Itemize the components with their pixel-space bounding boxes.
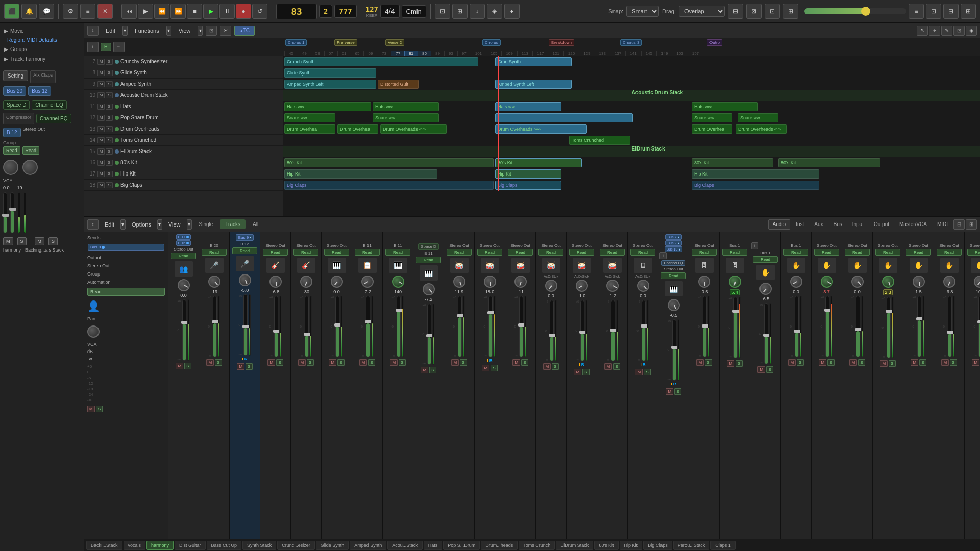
- fader-11[interactable]: [519, 296, 523, 357]
- strip-m-14[interactable]: M: [604, 363, 612, 370]
- position-bars[interactable]: 83: [276, 4, 317, 19]
- extra-right-2[interactable]: ⊠: [746, 4, 762, 19]
- strip-read-23[interactable]: Read: [875, 249, 901, 256]
- track-s-14[interactable]: S: [106, 137, 113, 143]
- track-row-7[interactable]: 7 M S Crunchy Synthesizer: [84, 56, 283, 67]
- pan-knob-strip-13[interactable]: [576, 280, 588, 292]
- fader-8[interactable]: [427, 304, 431, 365]
- bottom-tab-17[interactable]: Big Claps: [643, 541, 672, 550]
- fader-18[interactable]: [733, 297, 738, 358]
- strip-s-25[interactable]: S: [950, 359, 957, 366]
- fader-5[interactable]: [335, 296, 339, 357]
- strip-m-25[interactable]: M: [941, 359, 949, 366]
- fader-21[interactable]: [825, 296, 829, 357]
- pan-knob-strip-1[interactable]: [208, 276, 220, 288]
- strip-m-8[interactable]: M: [421, 367, 428, 373]
- fader-12[interactable]: [550, 300, 554, 361]
- track-m-18[interactable]: M: [97, 182, 105, 188]
- pan-knob-left[interactable]: [87, 325, 100, 338]
- pan-knob-strip-9[interactable]: [453, 276, 465, 288]
- strip-s-7[interactable]: S: [399, 359, 405, 366]
- pan-knob-strip-5[interactable]: [331, 276, 343, 288]
- functions-arrow[interactable]: ▾: [166, 26, 172, 36]
- fader-2[interactable]: [243, 294, 248, 356]
- movie-section[interactable]: ▶ Movie: [3, 26, 81, 36]
- key-display[interactable]: Cmin: [402, 5, 426, 18]
- strip-s-4[interactable]: S: [307, 359, 313, 366]
- track-s-9[interactable]: S: [106, 81, 113, 87]
- track-row-13[interactable]: 13 M S Drum Overheads: [84, 123, 283, 135]
- fader-4[interactable]: [305, 296, 309, 357]
- view-mastervca[interactable]: Master/VCA: [895, 219, 932, 230]
- bottom-tab-15[interactable]: 80's Kit: [594, 541, 618, 550]
- track-row-15[interactable]: 15 M S ElDrum Stack: [84, 146, 283, 157]
- strip-s-11[interactable]: S: [521, 359, 528, 366]
- pan-knob-strip-16[interactable]: [668, 299, 680, 311]
- strip-read-26[interactable]: Read: [967, 249, 980, 256]
- strip-read-25[interactable]: Read: [937, 249, 962, 256]
- track-m-17[interactable]: M: [97, 171, 105, 177]
- strip-read-11[interactable]: Read: [508, 249, 533, 256]
- strip-m-15[interactable]: M: [635, 369, 643, 375]
- channel-eq-label-1[interactable]: Channel EQ: [32, 100, 66, 110]
- record-btn[interactable]: ●: [236, 4, 251, 19]
- clip-crunch-synth-1[interactable]: Crunch Synth: [284, 57, 478, 66]
- strip-s-2[interactable]: S: [246, 363, 252, 370]
- edit-menu[interactable]: Edit: [102, 28, 119, 34]
- mixer-grid-2[interactable]: ⊞: [966, 219, 977, 230]
- bpm-display[interactable]: 127: [365, 5, 378, 13]
- strip-read-16[interactable]: Read: [661, 272, 687, 279]
- strip-read-6[interactable]: Read: [355, 249, 380, 256]
- clip-bigclaps-3[interactable]: Big Claps: [692, 181, 819, 190]
- bottom-tab-2[interactable]: harmony: [146, 541, 174, 550]
- strip-s-12[interactable]: S: [552, 363, 558, 370]
- clip-drumover-4[interactable]: Drum Overheads ∞∞: [495, 124, 587, 134]
- clip-hats-4[interactable]: Hats ∞∞: [692, 102, 758, 111]
- fast-forward-btn[interactable]: ⏩: [170, 4, 186, 19]
- fader-13[interactable]: [580, 300, 584, 361]
- bus20-badge[interactable]: Bus 20: [3, 86, 26, 96]
- pan-knob-strip-21[interactable]: [821, 276, 833, 288]
- track-m-14[interactable]: M: [97, 137, 105, 143]
- pan-knob-strip-12[interactable]: [545, 280, 557, 292]
- strip-s-24[interactable]: S: [919, 359, 926, 366]
- send-bus7-16[interactable]: Bus 7 ●: [665, 234, 681, 240]
- bottom-tab-6[interactable]: Crunc...esizer: [277, 541, 315, 550]
- strip-m-12[interactable]: M: [543, 363, 551, 370]
- fader-25[interactable]: [948, 296, 952, 357]
- fader-16[interactable]: [672, 319, 676, 381]
- tool-btn-6[interactable]: ✕: [97, 4, 113, 19]
- strip-s-22[interactable]: S: [858, 359, 865, 366]
- strip-read-13[interactable]: Read: [569, 249, 595, 256]
- pan-knob-strip-7[interactable]: [392, 276, 404, 288]
- strip-read-14[interactable]: Read: [600, 249, 625, 256]
- track-row-8[interactable]: 8 M S Glide Synth: [84, 67, 283, 79]
- track-m-13[interactable]: M: [97, 126, 105, 132]
- bottom-tab-5[interactable]: Synth Stack: [242, 541, 276, 550]
- bottom-tab-11[interactable]: Pop S...Drum: [443, 541, 480, 550]
- fader-17[interactable]: [703, 296, 707, 357]
- pan-knob-strip-4[interactable]: [300, 276, 312, 288]
- bus12-badge[interactable]: Bus 12: [28, 86, 51, 96]
- bottom-tab-12[interactable]: Drum...heads: [481, 541, 518, 550]
- clip-drumover-2[interactable]: Drum Overhea: [337, 124, 378, 134]
- strip-s-8[interactable]: S: [429, 367, 436, 373]
- channel-eq-strip[interactable]: Channel EQ: [662, 260, 685, 266]
- tool-btn-1[interactable]: ⬛: [4, 4, 19, 19]
- bottom-tab-18[interactable]: Percu...Stack: [673, 541, 710, 550]
- pan-knob-strip-0[interactable]: [178, 279, 190, 291]
- pan-knob-strip-17[interactable]: [698, 276, 710, 288]
- clip-bigclaps-2[interactable]: Big Claps: [495, 181, 561, 190]
- track-s-17[interactable]: S: [106, 171, 113, 177]
- strip-read-7[interactable]: Read: [385, 249, 411, 256]
- strip-m-16[interactable]: M: [666, 388, 673, 395]
- clip-snare-4[interactable]: Snare ∞∞: [692, 113, 732, 122]
- pan-knob-strip-20[interactable]: [790, 276, 802, 288]
- track-row-11[interactable]: 11 M S Hats: [84, 101, 283, 112]
- extra-btn-2[interactable]: ⊞: [452, 4, 468, 19]
- clip-hipkit-1[interactable]: Hip Kit: [284, 169, 437, 179]
- left-fader-1[interactable]: [3, 192, 7, 233]
- view-arrow[interactable]: ▾: [198, 26, 203, 36]
- time-sig-display[interactable]: 4/4: [380, 5, 399, 18]
- fader-6[interactable]: [366, 296, 370, 357]
